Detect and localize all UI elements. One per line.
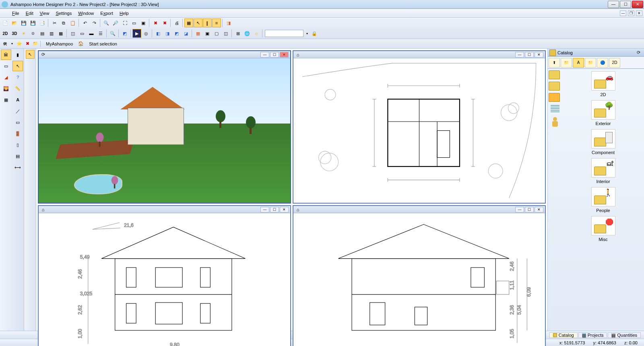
mdi-restore-button[interactable]: ❐ bbox=[628, 10, 634, 16]
window-cascade-button[interactable]: ▬ bbox=[87, 29, 96, 38]
tool-stairs[interactable]: ▤ bbox=[12, 151, 23, 161]
zoom-out-button[interactable]: 🔎 bbox=[111, 19, 120, 27]
catalog-item-2d[interactable]: 🚗2D bbox=[585, 71, 621, 97]
view2-button[interactable]: ⛭ bbox=[29, 29, 37, 38]
pane-elev2-minimize[interactable]: — bbox=[515, 207, 524, 212]
window-tile-button[interactable]: ▭ bbox=[78, 29, 87, 38]
pane-3d-icon[interactable]: ⟳ bbox=[40, 52, 46, 58]
pane-3d-close[interactable]: ✕ bbox=[280, 52, 289, 58]
catalog-tab-5[interactable]: 2D bbox=[609, 58, 620, 68]
pane-3d-minimize[interactable]: — bbox=[260, 52, 269, 58]
window-arrange-button[interactable]: ◫ bbox=[68, 29, 77, 38]
catalog-tab-4[interactable]: 🔵 bbox=[597, 58, 608, 68]
window-maximize-button[interactable]: ☐ bbox=[620, 1, 631, 8]
guides-button[interactable]: ≡ bbox=[212, 19, 221, 27]
zoom-all-button[interactable]: ▣ bbox=[139, 19, 148, 27]
copy-button[interactable]: ⧉ bbox=[59, 19, 68, 27]
sun-button[interactable]: ☼ bbox=[252, 29, 261, 38]
pane-plan-icon[interactable]: ⌂ bbox=[295, 52, 301, 58]
mdi-minimize-button[interactable]: — bbox=[620, 10, 626, 16]
tool-dim[interactable]: ⟷ bbox=[12, 162, 23, 173]
delete-all-button[interactable]: ✖ bbox=[160, 19, 169, 27]
tool-measure[interactable]: 📏 bbox=[12, 83, 23, 94]
menu-help[interactable]: Help bbox=[116, 10, 132, 16]
tool-text[interactable]: A bbox=[12, 95, 23, 105]
opt1-button[interactable]: ▣ bbox=[203, 29, 212, 38]
menu-file[interactable]: File bbox=[9, 10, 23, 16]
catalog-tab-up[interactable]: ⬆ bbox=[549, 58, 560, 68]
cube-button[interactable]: ◩ bbox=[120, 29, 129, 38]
tool-window[interactable]: ▯ bbox=[12, 140, 23, 150]
menu-window[interactable]: Window bbox=[75, 10, 97, 16]
paste-button[interactable]: 📋 bbox=[68, 19, 77, 27]
pane-elevation-front[interactable]: ⌂ — ☐ ✕ 21,6 bbox=[38, 205, 291, 346]
zoom-fit-button[interactable]: ⛶ bbox=[120, 19, 129, 27]
star-icon[interactable]: ⭐ bbox=[16, 41, 23, 47]
save-button[interactable]: 💾 bbox=[19, 19, 28, 27]
window-minimize-button[interactable]: — bbox=[608, 1, 619, 8]
open-button[interactable]: 📂 bbox=[10, 19, 19, 27]
iso1-button[interactable]: ◧ bbox=[154, 29, 163, 38]
iso4-button[interactable]: ◪ bbox=[182, 29, 190, 38]
sheet2-button[interactable]: ▦ bbox=[56, 29, 65, 38]
tool-roof[interactable]: ◢ bbox=[1, 72, 11, 82]
catalog-tab-2[interactable]: A bbox=[573, 58, 584, 68]
opt2-button[interactable]: ▢ bbox=[212, 29, 221, 38]
pane-elev2-viewport[interactable]: 6,09 2,46 1,11 2,36 5,04 1,05 1,59 1,51 … bbox=[293, 213, 545, 346]
layer-dropdown[interactable]: ▾ bbox=[305, 32, 310, 35]
pane-3d-viewport[interactable] bbox=[39, 58, 290, 203]
catalog-person-icon[interactable] bbox=[552, 117, 558, 128]
texture-button[interactable]: ▩ bbox=[194, 29, 202, 38]
tools-dropdown[interactable]: ▾ bbox=[10, 42, 14, 45]
redo-button[interactable]: ↷ bbox=[90, 19, 99, 27]
menu-view[interactable]: View bbox=[37, 10, 53, 16]
tool-building[interactable]: 🏛 bbox=[1, 49, 11, 60]
3d-mode-button[interactable]: 3D bbox=[10, 29, 19, 38]
window-close-button[interactable]: ✕ bbox=[632, 1, 643, 8]
catalog-shelf-icon[interactable] bbox=[551, 105, 559, 113]
render-wire-button[interactable]: ◎ bbox=[142, 29, 151, 38]
pane-elev1-icon[interactable]: ⌂ bbox=[40, 207, 46, 212]
pane-plan-close[interactable]: ✕ bbox=[535, 52, 543, 58]
pane-elev1-maximize[interactable]: ☐ bbox=[270, 207, 279, 212]
catalog-item-interior[interactable]: 🛋Interior bbox=[585, 158, 621, 184]
tool-select[interactable]: ↖ bbox=[12, 61, 23, 71]
render-shaded-button[interactable]: ▶ bbox=[132, 29, 141, 38]
ortho-button[interactable]: ⊞ bbox=[233, 29, 242, 38]
2d-mode-button[interactable]: 2D bbox=[1, 29, 10, 38]
mdi-close-button[interactable]: ✕ bbox=[636, 10, 642, 16]
tool-area[interactable]: ▦ bbox=[1, 95, 11, 105]
menu-settings[interactable]: Settings bbox=[52, 10, 75, 16]
tool-door[interactable]: 🚪 bbox=[12, 128, 23, 139]
iso2-button[interactable]: ◨ bbox=[163, 29, 172, 38]
grid-toggle-button[interactable]: ▦ bbox=[184, 19, 193, 27]
pane-elev1-viewport[interactable]: 21,6 5,49 3,025 2,46 2,62 1,00 9,80 1,36… bbox=[39, 213, 290, 346]
catalog-refresh-icon[interactable]: ⟳ bbox=[637, 50, 642, 56]
catalog-item-component[interactable]: Component bbox=[585, 129, 621, 155]
tool-terrain[interactable]: 🌄 bbox=[1, 83, 11, 94]
delete-icon[interactable]: ✖ bbox=[24, 41, 31, 47]
lock-button[interactable]: 🔒 bbox=[310, 29, 319, 38]
window-stack-button[interactable]: ☰ bbox=[96, 29, 105, 38]
start-selection-link[interactable]: Start selection bbox=[86, 41, 120, 46]
catalog-folder-1[interactable] bbox=[549, 70, 560, 79]
pane-3d-view[interactable]: ⟳ — ☐ ✕ bbox=[38, 50, 291, 204]
pane-plan-minimize[interactable]: — bbox=[515, 52, 524, 58]
pane-plan-viewport[interactable] bbox=[293, 58, 545, 203]
sheet-button[interactable]: ▥ bbox=[47, 29, 56, 38]
tool-wall[interactable]: ▭ bbox=[1, 61, 11, 71]
tool-rect[interactable]: ▭ bbox=[12, 117, 23, 128]
save-all-button[interactable]: 📑 bbox=[38, 19, 47, 27]
print-button[interactable]: 🖨 bbox=[172, 19, 181, 27]
pane-3d-maximize[interactable]: ☐ bbox=[270, 52, 279, 58]
pane-elev1-close[interactable]: ✕ bbox=[280, 207, 289, 212]
myashampoo-link[interactable]: MyAshampoo bbox=[43, 41, 76, 46]
layer-input[interactable] bbox=[265, 30, 303, 37]
tools-icon[interactable]: 🛠 bbox=[2, 41, 8, 47]
pane-plan-maximize[interactable]: ☐ bbox=[525, 52, 534, 58]
undo-button[interactable]: ↶ bbox=[80, 19, 89, 27]
pane-floor-plan[interactable]: ⌂ — ☐ ✕ bbox=[293, 50, 546, 204]
catalog-folder-3[interactable] bbox=[549, 93, 560, 102]
zoom-in-button[interactable]: 🔍 bbox=[102, 19, 111, 27]
status-tab-catalog[interactable]: Catalog bbox=[549, 332, 578, 338]
